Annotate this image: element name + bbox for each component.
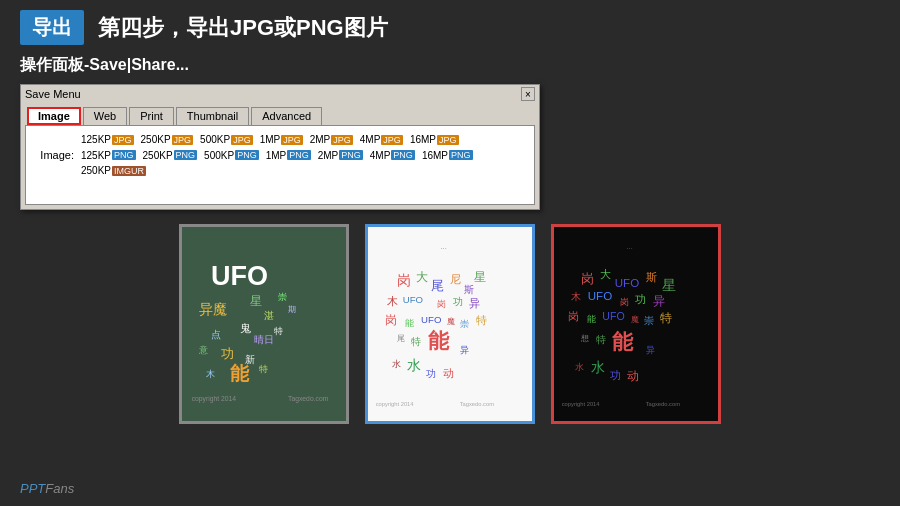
svg-text:水: 水: [407, 358, 421, 373]
svg-text:崇: 崇: [278, 292, 287, 302]
export-badge: 导出: [20, 10, 84, 45]
wordcloud-black: … 岗 大 UFO 斯 星 木 UFO 岗 功 异 岗 能 UFO 魔 崇 特 …: [551, 224, 721, 424]
svg-text:崇: 崇: [460, 319, 469, 329]
svg-text:UFO: UFO: [403, 294, 424, 305]
svg-text:Tagxedo.com: Tagxedo.com: [288, 395, 329, 403]
svg-text:UFO: UFO: [211, 261, 268, 291]
svg-text:…: …: [626, 243, 633, 250]
svg-text:动: 动: [627, 370, 639, 382]
png-250kp[interactable]: 250KPPNG: [143, 150, 198, 161]
svg-text:UFO: UFO: [602, 310, 624, 322]
tab-thumbnail[interactable]: Thumbnail: [176, 107, 249, 125]
image-label: Image:: [34, 149, 74, 161]
jpg-16mp[interactable]: 16MPJPG: [410, 134, 459, 145]
png-500kp[interactable]: 500KPPNG: [204, 150, 259, 161]
png-2mp[interactable]: 2MPPNG: [318, 150, 363, 161]
svg-text:异魔: 异魔: [199, 302, 227, 317]
svg-text:岗: 岗: [581, 272, 594, 286]
svg-text:意: 意: [198, 345, 208, 355]
svg-text:特: 特: [596, 334, 606, 345]
svg-text:魔: 魔: [631, 315, 639, 324]
wordcloud-images: UFO 异魔 星 湛 鬼 晴日 点 意 功 新 特 木 能 崇 期 特 copy…: [0, 210, 900, 434]
wordcloud-green: UFO 异魔 星 湛 鬼 晴日 点 意 功 新 特 木 能 崇 期 特 copy…: [179, 224, 349, 424]
close-icon[interactable]: ×: [521, 87, 535, 101]
svg-text:点: 点: [211, 329, 221, 340]
svg-text:功: 功: [453, 296, 463, 307]
svg-text:Tagxedo.com: Tagxedo.com: [646, 401, 680, 407]
svg-text:特: 特: [274, 326, 283, 336]
save-menu-dialog: Save Menu × Image Web Print Thumbnail Ad…: [20, 84, 540, 210]
svg-text:UFO: UFO: [421, 314, 442, 325]
jpg-1mp[interactable]: 1MPJPG: [260, 134, 303, 145]
jpg-2mp[interactable]: 2MPJPG: [310, 134, 353, 145]
svg-text:期: 期: [288, 305, 296, 314]
svg-text:功: 功: [426, 368, 436, 379]
svg-text:…: …: [440, 243, 447, 250]
svg-text:特: 特: [660, 312, 672, 324]
svg-text:星: 星: [474, 271, 486, 283]
svg-text:晴日: 晴日: [254, 334, 274, 345]
svg-text:功: 功: [610, 369, 621, 381]
svg-text:魔: 魔: [447, 317, 455, 326]
dialog-titlebar: Save Menu ×: [21, 85, 539, 103]
svg-text:异: 异: [469, 297, 480, 309]
svg-text:异: 异: [653, 295, 665, 307]
wordcloud-white: … 岗 大 尾 尼 斯 星 木 UFO 岗 功 异 岗 能 UFO 魔 崇 特 …: [365, 224, 535, 424]
footer-fans: Fans: [45, 481, 74, 496]
svg-text:Tagxedo.com: Tagxedo.com: [460, 401, 494, 407]
svg-text:岗: 岗: [620, 297, 629, 307]
svg-text:特: 特: [476, 314, 487, 326]
svg-text:崇: 崇: [644, 315, 654, 326]
footer: PPTFans: [20, 481, 74, 496]
svg-text:功: 功: [221, 347, 234, 361]
svg-text:特: 特: [259, 364, 268, 374]
header-title: 第四步，导出JPG或PNG图片: [98, 13, 388, 43]
jpg-row: 125KPJPG 250KPJPG 500KPJPG 1MPJPG 2MPJPG…: [34, 134, 526, 145]
png-125kp[interactable]: 125KPPNG: [81, 150, 136, 161]
svg-text:UFO: UFO: [615, 277, 639, 289]
svg-text:木: 木: [206, 369, 215, 379]
tab-image[interactable]: Image: [27, 107, 81, 125]
svg-text:岗: 岗: [568, 310, 579, 322]
svg-text:木: 木: [571, 291, 581, 302]
png-row: Image: 125KPPNG 250KPPNG 500KPPNG 1MPPNG…: [34, 149, 526, 161]
svg-text:斯: 斯: [646, 271, 657, 283]
svg-text:异: 异: [646, 345, 655, 355]
png-1mp[interactable]: 1MPPNG: [266, 150, 311, 161]
svg-text:大: 大: [600, 268, 611, 280]
svg-text:湛: 湛: [264, 310, 274, 321]
imgur-row: 250KPIMGUR: [34, 165, 526, 176]
svg-text:星: 星: [662, 278, 676, 293]
svg-text:尾: 尾: [397, 334, 405, 343]
svg-text:鬼: 鬼: [240, 322, 251, 334]
subtitle: 操作面板-Save|Share...: [0, 55, 900, 84]
dialog-content: 125KPJPG 250KPJPG 500KPJPG 1MPJPG 2MPJPG…: [25, 125, 535, 205]
svg-text:UFO: UFO: [588, 290, 612, 302]
tab-web[interactable]: Web: [83, 107, 127, 125]
svg-text:岗: 岗: [397, 273, 411, 288]
svg-text:copyright 2014: copyright 2014: [192, 395, 237, 403]
svg-text:岗: 岗: [385, 314, 397, 326]
svg-text:能: 能: [230, 363, 250, 384]
svg-text:特: 特: [411, 336, 421, 347]
header: 导出 第四步，导出JPG或PNG图片: [0, 0, 900, 55]
imgur-250kp[interactable]: 250KPIMGUR: [81, 165, 146, 176]
svg-text:木: 木: [387, 295, 398, 307]
svg-text:异: 异: [460, 345, 469, 355]
svg-text:岗: 岗: [437, 299, 446, 309]
tab-advanced[interactable]: Advanced: [251, 107, 322, 125]
dialog-title: Save Menu: [25, 88, 81, 100]
svg-text:星: 星: [250, 295, 262, 307]
jpg-4mp[interactable]: 4MPJPG: [360, 134, 403, 145]
svg-text:尾: 尾: [431, 279, 444, 293]
png-4mp[interactable]: 4MPPNG: [370, 150, 415, 161]
svg-text:动: 动: [443, 367, 454, 379]
svg-text:大: 大: [416, 271, 428, 283]
png-16mp[interactable]: 16MPPNG: [422, 150, 473, 161]
jpg-250kp[interactable]: 250KPJPG: [141, 134, 194, 145]
svg-text:copyright 2014: copyright 2014: [376, 401, 415, 407]
jpg-500kp[interactable]: 500KPJPG: [200, 134, 253, 145]
jpg-125kp[interactable]: 125KPJPG: [81, 134, 134, 145]
svg-text:水: 水: [575, 362, 584, 372]
tab-print[interactable]: Print: [129, 107, 174, 125]
